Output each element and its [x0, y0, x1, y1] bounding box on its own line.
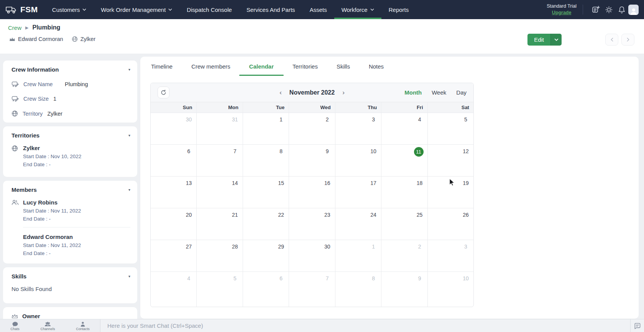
previous-record-button[interactable] [605, 34, 618, 46]
calendar-day-cell[interactable]: 12 [428, 145, 473, 176]
breadcrumb-crew-link[interactable]: Crew [8, 25, 21, 31]
calendar-day-cell[interactable]: 2 [381, 240, 427, 271]
breadcrumb: Crew ▶ Plumbing [8, 24, 60, 31]
upgrade-link[interactable]: Upgrade [547, 10, 577, 16]
calendar-day-cell[interactable]: 5 [197, 272, 243, 307]
calendar-day-cell[interactable]: 5 [428, 113, 473, 144]
calendar-day-cell[interactable]: 2 [289, 113, 335, 144]
breadcrumb-separator-icon: ▶ [25, 25, 28, 30]
field-label: Crew Name [23, 81, 60, 87]
calendar-day-cell[interactable]: 3 [428, 240, 473, 271]
refresh-button[interactable] [158, 87, 169, 98]
calendar-day-cell[interactable]: 11 [381, 145, 427, 176]
calendar-day-cell[interactable]: 29 [243, 240, 289, 271]
tab-crew-members[interactable]: Crew members [191, 57, 230, 76]
day-name: Sat [428, 102, 473, 113]
nav-item-work-order-management[interactable]: Work Order Management [94, 0, 179, 19]
calendar-day-cell[interactable]: 18 [381, 177, 427, 208]
calendar-day-cell[interactable]: 6 [243, 272, 289, 307]
view-month-button[interactable]: Month [404, 89, 422, 96]
day-name: Thu [335, 102, 381, 113]
calendar-day-cell[interactable]: 20 [151, 208, 197, 240]
add-note-button[interactable] [589, 3, 602, 16]
calendar-day-cell[interactable]: 26 [428, 208, 473, 240]
calendar-day-cell[interactable]: 10 [335, 145, 381, 176]
nav-item-reports[interactable]: Reports [381, 0, 416, 19]
nav-item-workforce[interactable]: Workforce [334, 0, 381, 19]
next-month-button[interactable]: › [341, 88, 346, 97]
nav-right-section: Standard Trial Upgrade [547, 0, 644, 19]
calendar-day-cell[interactable]: 17 [335, 177, 381, 208]
user-avatar[interactable] [628, 5, 639, 15]
view-week-button[interactable]: Week [432, 89, 446, 96]
globe-icon [72, 36, 78, 42]
edit-dropdown-button[interactable] [550, 34, 562, 46]
members-icon [12, 200, 19, 205]
settings-button[interactable] [602, 3, 615, 16]
tab-skills[interactable]: Skills [337, 57, 350, 76]
nav-item-services-and-parts[interactable]: Services And Parts [239, 0, 302, 19]
calendar-day-cell[interactable]: 30 [289, 240, 335, 271]
calendar-day-number: 9 [416, 274, 424, 283]
calendar-day-cell[interactable]: 25 [381, 208, 427, 240]
calendar-day-number: 5 [462, 115, 470, 124]
calendar-week-row: 6789101112 [151, 145, 473, 177]
calendar-day-cell[interactable]: 6 [151, 145, 197, 176]
calendar-day-cell[interactable]: 7 [197, 145, 243, 176]
collapse-caret-icon[interactable]: ▾ [128, 188, 130, 192]
calendar-day-cell[interactable]: 1 [243, 113, 289, 144]
next-record-button[interactable] [621, 34, 634, 46]
tab-notes[interactable]: Notes [369, 57, 384, 76]
calendar-grid: 3031123456789101112131415161718192021222… [151, 113, 473, 307]
calendar-day-cell[interactable]: 16 [289, 177, 335, 208]
nav-item-customers[interactable]: Customers [45, 0, 94, 19]
smart-chat-icon[interactable] [634, 322, 641, 329]
collapse-caret-icon[interactable]: ▾ [128, 133, 130, 137]
calendar-day-cell[interactable]: 23 [289, 208, 335, 240]
territory-end-date: End Date : - [23, 162, 81, 167]
collapse-caret-icon[interactable]: ▾ [128, 67, 130, 72]
calendar-day-cell[interactable]: 24 [335, 208, 381, 240]
tab-calendar[interactable]: Calendar [249, 57, 274, 76]
calendar-day-cell[interactable]: 3 [335, 113, 381, 144]
tab-timeline[interactable]: Timeline [151, 57, 172, 76]
channels-button[interactable]: Channels [40, 321, 55, 331]
crew-name-field: Crew Name Plumbing [12, 81, 130, 87]
contacts-button[interactable]: Contacts [76, 321, 90, 331]
nav-item-dispatch-console[interactable]: Dispatch Console [179, 0, 239, 19]
calendar-day-cell[interactable]: 4 [381, 113, 427, 144]
calendar-day-cell[interactable]: 14 [197, 177, 243, 208]
calendar-day-cell[interactable]: 8 [243, 145, 289, 176]
calendar-week-row: 20212223242526 [151, 208, 473, 240]
territory-value: Zylker [47, 111, 62, 117]
calendar-day-cell[interactable]: 1 [335, 240, 381, 271]
edit-button[interactable]: Edit [527, 34, 550, 46]
calendar-day-number: 6 [277, 274, 285, 283]
calendar-day-cell[interactable]: 31 [197, 113, 243, 144]
calendar-day-cell[interactable]: 13 [151, 177, 197, 208]
skills-empty-text: No Skills Found [12, 286, 130, 292]
chats-button[interactable]: Chats [10, 321, 20, 331]
app-logo[interactable]: FSM [0, 0, 45, 19]
tab-territories[interactable]: Territories [292, 57, 318, 76]
calendar-day-cell[interactable]: 28 [197, 240, 243, 271]
calendar-day-cell[interactable]: 27 [151, 240, 197, 271]
collapse-caret-icon[interactable]: ▾ [128, 274, 130, 278]
smart-chat-input[interactable] [107, 322, 578, 329]
calendar-day-cell[interactable]: 30 [151, 113, 197, 144]
nav-item-assets[interactable]: Assets [302, 0, 334, 19]
calendar-day-cell[interactable]: 9 [289, 145, 335, 176]
view-day-button[interactable]: Day [456, 89, 467, 96]
calendar-day-cell[interactable]: 7 [289, 272, 335, 307]
calendar-day-cell[interactable]: 8 [335, 272, 381, 307]
calendar-day-cell[interactable]: 10 [428, 272, 473, 307]
calendar-day-cell[interactable]: 21 [197, 208, 243, 240]
calendar-day-cell[interactable]: 9 [381, 272, 427, 307]
notifications-button[interactable] [615, 3, 628, 16]
calendar-day-cell[interactable]: 22 [243, 208, 289, 240]
smart-chat-bar: Chats Channels Contacts [0, 319, 644, 332]
previous-month-button[interactable]: ‹ [278, 88, 283, 97]
brand-name: FSM [20, 5, 38, 14]
calendar-day-cell[interactable]: 15 [243, 177, 289, 208]
calendar-day-cell[interactable]: 4 [151, 272, 197, 307]
